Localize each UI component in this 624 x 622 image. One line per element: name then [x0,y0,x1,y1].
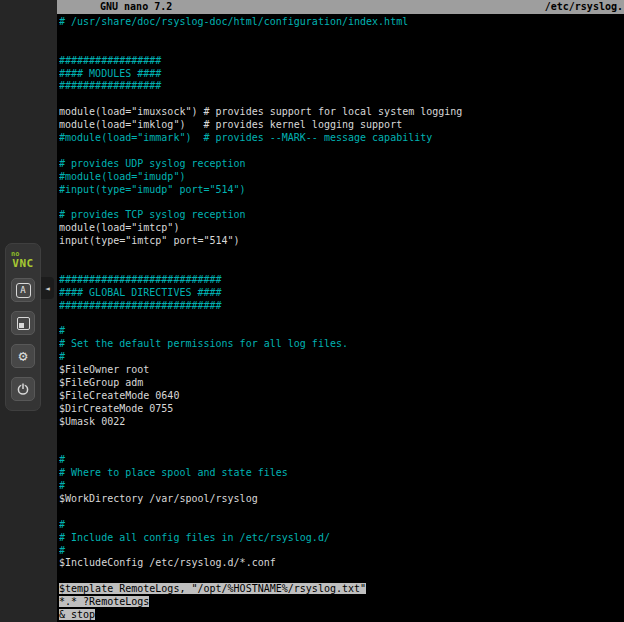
editor-line [59,312,624,325]
editor-text-area[interactable]: # /usr/share/doc/rsyslog-doc/html/config… [59,16,624,622]
editor-line: ################# [59,55,624,68]
editor-line [59,145,624,158]
keyboard-button[interactable]: A [11,278,35,302]
editor-line [59,93,624,106]
editor-line: # [59,545,624,558]
editor-line [59,248,624,261]
editor-line: #module(load="immark") # provides --MARK… [59,132,624,145]
editor-line: input(type="imtcp" port="514") [59,235,624,248]
editor-line: $FileGroup adm [59,377,624,390]
editor-line [59,42,624,55]
novnc-logo-vnc-text: VNC [6,258,40,269]
editor-line [59,441,624,454]
editor-line: $WorkDirectory /var/spool/rsyslog [59,493,624,506]
nano-filename-label: /etc/rsyslog. [545,0,623,14]
editor-line: #### GLOBAL DIRECTIVES #### [59,287,624,300]
editor-line [59,570,624,583]
editor-line [59,261,624,274]
editor-line: $FileCreateMode 0640 [59,390,624,403]
editor-line: $IncludeConfig /etc/rsyslog.d/*.conf [59,557,624,570]
editor-line: # [59,351,624,364]
editor-line: ################# [59,80,624,93]
editor-line: # [59,480,624,493]
editor-line: module(load="imuxsock") # provides suppo… [59,106,624,119]
nano-titlebar: GNU nano 7.2 /etc/rsyslog. [57,0,624,14]
editor-line: ########################### [59,274,624,287]
editor-line: # [59,519,624,532]
editor-line: #module(load="imudp") [59,171,624,184]
editor-line: # provides UDP syslog reception [59,158,624,171]
editor-line: # /usr/share/doc/rsyslog-doc/html/config… [59,16,624,29]
editor-line: module(load="imtcp") [59,222,624,235]
gear-icon: ⚙ [18,349,27,364]
novnc-logo: no VNC [6,249,40,269]
novnc-control-bar: no VNC A ⚙ [5,243,41,411]
keyboard-icon: A [16,283,31,298]
editor-line: # Where to place spool and state files [59,467,624,480]
power-button[interactable] [11,377,35,401]
vnc-screen: GNU nano 7.2 /etc/rsyslog. # /usr/share/… [0,0,624,622]
editor-line: *.* ?RemoteLogs [59,596,624,609]
editor-line [59,429,624,442]
editor-line: #input(type="imudp" port="514") [59,184,624,197]
control-bar-handle[interactable]: ◄ [41,277,54,299]
terminal-window[interactable]: GNU nano 7.2 /etc/rsyslog. # /usr/share/… [57,0,624,622]
settings-button[interactable]: ⚙ [11,344,35,368]
editor-line: $template RemoteLogs, "/opt/%HOSTNAME%/r… [59,583,624,596]
nano-version-label: GNU nano 7.2 [100,0,172,14]
editor-line: # Set the default permissions for all lo… [59,338,624,351]
editor-line: & stop [59,609,624,622]
editor-line: # provides TCP syslog reception [59,209,624,222]
editor-line [59,196,624,209]
chevron-left-icon: ◄ [45,284,50,293]
editor-line: ########################### [59,300,624,313]
editor-line [59,506,624,519]
editor-line: # [59,325,624,338]
fullscreen-icon [17,317,30,330]
editor-line: $Umask 0022 [59,416,624,429]
editor-line: module(load="imklog") # provides kernel … [59,119,624,132]
editor-line: $FileOwner root [59,364,624,377]
editor-line: #### MODULES #### [59,68,624,81]
editor-line: # Include all config files in /etc/rsysl… [59,532,624,545]
editor-line: # [59,454,624,467]
editor-line [59,29,624,42]
fullscreen-button[interactable] [11,311,35,335]
editor-line: $DirCreateMode 0755 [59,403,624,416]
power-icon [15,381,31,397]
